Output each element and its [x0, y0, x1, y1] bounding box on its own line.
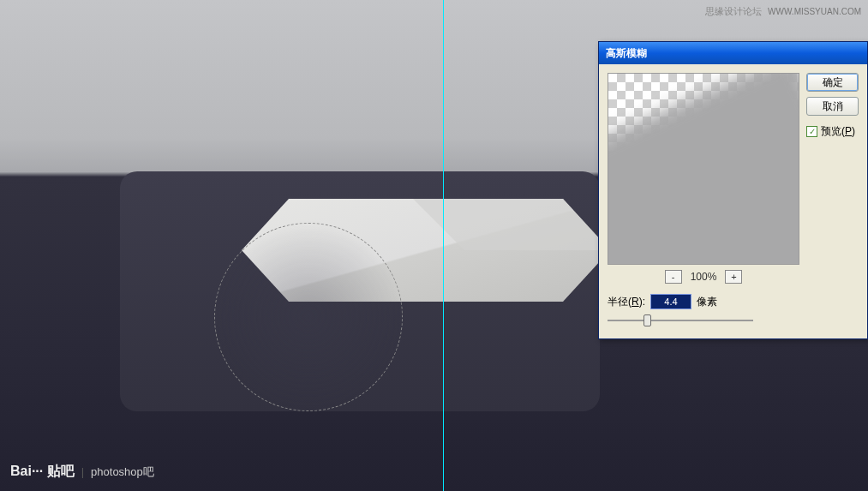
preview-checkbox[interactable]: ✓ — [806, 126, 817, 137]
radius-input[interactable] — [650, 294, 691, 309]
slider-thumb[interactable] — [644, 314, 651, 326]
dialog-title: 高斯模糊 — [606, 46, 647, 61]
radius-unit: 像素 — [697, 295, 717, 309]
zoom-percent: 100% — [691, 271, 717, 283]
radius-label: 半径(R): — [608, 295, 645, 309]
radius-slider[interactable] — [608, 314, 753, 326]
slider-track — [608, 320, 753, 321]
baidu-tieba-logo: Bai··· 贴吧 — [10, 463, 75, 481]
preview-checkbox-label: 预览(P) — [821, 124, 855, 139]
filter-preview[interactable] — [608, 73, 799, 265]
watermark-top-right: 思缘设计论坛 WWW.MISSYUAN.COM — [705, 5, 861, 18]
dialog-titlebar[interactable]: 高斯模糊 — [599, 42, 867, 64]
vertical-guide[interactable] — [443, 0, 444, 491]
gaussian-blur-dialog: 高斯模糊 - 100% + 半径(R): 像素 确定 — [598, 41, 868, 339]
ok-button[interactable]: 确定 — [806, 73, 859, 92]
watermark-bottom-left: Bai··· 贴吧 | photoshop吧 — [10, 463, 154, 481]
marquee-selection-circle[interactable] — [214, 223, 403, 411]
preview-checkbox-row[interactable]: ✓ 预览(P) — [806, 124, 859, 139]
zoom-out-button[interactable]: - — [665, 270, 682, 284]
cancel-button[interactable]: 取消 — [806, 97, 859, 116]
zoom-in-button[interactable]: + — [725, 270, 742, 284]
